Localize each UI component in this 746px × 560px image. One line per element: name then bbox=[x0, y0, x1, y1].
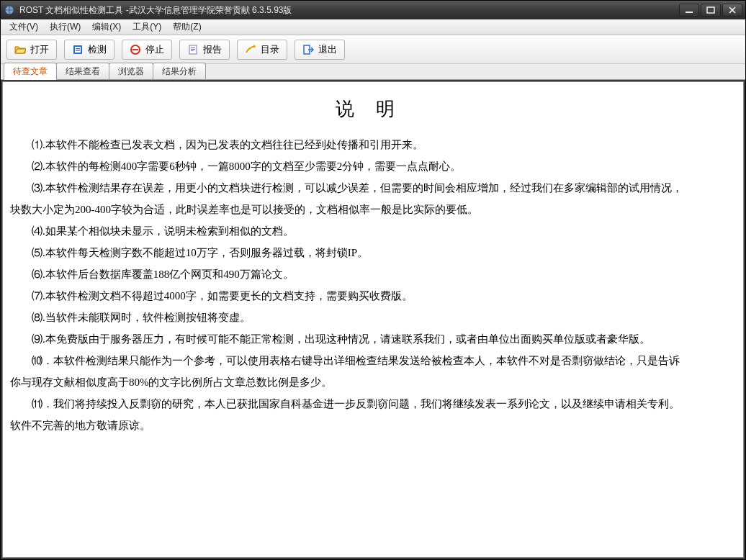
doc-title: 说 明 bbox=[10, 91, 729, 128]
doc-p2: ⑵.本软件的每检测400字需要6秒钟，一篇8000字的文档至少需要2分钟，需要一… bbox=[10, 155, 729, 177]
open-button[interactable]: 打开 bbox=[6, 40, 57, 60]
svg-rect-11 bbox=[191, 49, 195, 50]
report-icon bbox=[187, 44, 199, 55]
report-button[interactable]: 报告 bbox=[179, 40, 230, 60]
doc-p3b: 块数大小定为200-400字较为合适，此时误差率也是可以接受的，文档相似率一般是… bbox=[10, 199, 729, 220]
toolbar: 打开 检测 停止 报告 目录 bbox=[1, 35, 745, 64]
report-label: 报告 bbox=[203, 43, 222, 56]
tab-results[interactable]: 结果查看 bbox=[56, 63, 109, 79]
open-label: 打开 bbox=[30, 43, 49, 56]
open-icon bbox=[14, 44, 26, 55]
detect-icon bbox=[72, 44, 84, 55]
stop-icon bbox=[130, 44, 141, 55]
doc-p5: ⑸.本软件每天检测字数不能超过10万字，否则服务器过载，将封锁IP。 bbox=[10, 242, 729, 263]
detect-label: 检测 bbox=[88, 43, 107, 56]
window-title: ROST 文档相似性检测工具 -武汉大学信息管理学院荣誉贡献 6.3.5.93版 bbox=[19, 4, 292, 17]
menu-edit[interactable]: 编辑(X) bbox=[86, 19, 127, 35]
tab-browser[interactable]: 浏览器 bbox=[109, 63, 153, 79]
tab-strip: 待查文章 结果查看 浏览器 结果分析 bbox=[1, 64, 745, 80]
app-icon bbox=[4, 4, 15, 16]
catalog-button[interactable]: 目录 bbox=[237, 40, 287, 60]
menu-help[interactable]: 帮助(Z) bbox=[167, 19, 207, 35]
window-controls bbox=[679, 4, 742, 17]
doc-p4: ⑷.如果某个相似块未显示，说明未检索到相似的文档。 bbox=[10, 220, 729, 242]
doc-p1: ⑴.本软件不能检查已发表文档，因为已发表的文档往往已经到处传播和引用开来。 bbox=[10, 134, 729, 155]
exit-icon bbox=[302, 44, 314, 55]
titlebar: ROST 文档相似性检测工具 -武汉大学信息管理学院荣誉贡献 6.3.5.93版 bbox=[1, 1, 745, 19]
close-button[interactable] bbox=[722, 4, 742, 17]
tab-analysis[interactable]: 结果分析 bbox=[153, 63, 206, 79]
doc-p6: ⑹.本软件后台数据库覆盖188亿个网页和490万篇论文。 bbox=[10, 263, 729, 285]
stop-label: 停止 bbox=[145, 43, 164, 56]
exit-label: 退出 bbox=[318, 43, 337, 56]
catalog-icon bbox=[245, 44, 256, 55]
svg-rect-2 bbox=[707, 7, 714, 13]
doc-p10b: 你与现存文献相似度高于80%的文字比例所占文章总数比例是多少。 bbox=[10, 371, 729, 393]
menubar: 文件(V) 执行(W) 编辑(X) 工具(Y) 帮助(Z) bbox=[1, 19, 745, 35]
menu-run[interactable]: 执行(W) bbox=[44, 19, 86, 35]
content-frame: 说 明 ⑴.本软件不能检查已发表文档，因为已发表的文档往往已经到处传播和引用开来… bbox=[1, 80, 745, 559]
app-window: ROST 文档相似性检测工具 -武汉大学信息管理学院荣誉贡献 6.3.5.93版… bbox=[0, 0, 746, 560]
svg-rect-8 bbox=[132, 49, 138, 50]
svg-rect-1 bbox=[686, 12, 693, 13]
stop-button[interactable]: 停止 bbox=[122, 40, 172, 60]
doc-p11b: 软件不完善的地方敬请原谅。 bbox=[10, 415, 729, 436]
doc-p8: ⑻.当软件未能联网时，软件检测按钮将变虚。 bbox=[10, 307, 729, 328]
catalog-label: 目录 bbox=[261, 43, 279, 56]
menu-file[interactable]: 文件(V) bbox=[4, 19, 44, 35]
tab-pending[interactable]: 待查文章 bbox=[4, 63, 57, 80]
exit-button[interactable]: 退出 bbox=[295, 40, 345, 60]
doc-p10a: ⑽．本软件检测结果只能作为一个参考，可以使用表格右键导出详细检查结果发送给被检查… bbox=[10, 350, 729, 371]
detect-button[interactable]: 检测 bbox=[64, 40, 114, 60]
svg-rect-6 bbox=[76, 50, 80, 50]
document-view[interactable]: 说 明 ⑴.本软件不能检查已发表文档，因为已发表的文档往往已经到处传播和引用开来… bbox=[2, 81, 744, 558]
svg-rect-4 bbox=[75, 47, 81, 53]
minimize-button[interactable] bbox=[679, 4, 699, 17]
doc-p11a: ⑾．我们将持续投入反剽窃的研究，本人已获批国家自科基金进一步反剽窃问题，我们将继… bbox=[10, 393, 729, 415]
svg-rect-5 bbox=[76, 48, 80, 49]
doc-p3a: ⑶.本软件检测结果存在误差，用更小的文档块进行检测，可以减少误差，但需要的时间会… bbox=[10, 177, 729, 199]
doc-p7: ⑺.本软件检测文档不得超过4000字，如需要更长的文档支持，需要购买收费版。 bbox=[10, 285, 729, 307]
svg-rect-12 bbox=[191, 50, 194, 51]
maximize-button[interactable] bbox=[701, 4, 721, 17]
svg-rect-10 bbox=[191, 48, 195, 48]
doc-p9: ⑼.本免费版由于服务器压力，有时候可能不能正常检测，出现这种情况，请速联系我们，… bbox=[10, 328, 729, 350]
menu-tool[interactable]: 工具(Y) bbox=[127, 19, 167, 35]
